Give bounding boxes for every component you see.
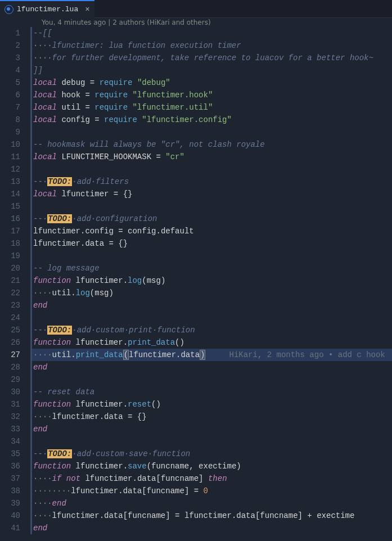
line-number: 34: [8, 435, 20, 448]
line-number: 22: [8, 287, 20, 299]
line-number: 29: [8, 373, 20, 386]
line-number: 36: [8, 460, 20, 472]
tab-close-icon[interactable]: ×: [85, 5, 89, 14]
line-number: 32: [8, 411, 20, 423]
line-number: 9: [8, 126, 20, 138]
line-number: 21: [8, 274, 20, 287]
line-number: 12: [8, 163, 20, 175]
line-number: 15: [8, 200, 20, 213]
line-number: 2: [8, 39, 20, 52]
line-number: 27: [8, 349, 20, 361]
line-number: 41: [8, 522, 20, 534]
current-line: ····util.print_data(lfunctimer.data) HiK…: [32, 349, 392, 361]
line-number-gutter: 1234567891011121314151617181920212223242…: [0, 27, 30, 534]
line-number: 28: [8, 361, 20, 373]
line-number: 8: [8, 114, 20, 126]
line-number: 20: [8, 262, 20, 274]
blame-annotation[interactable]: You, 4 minutes ago | 2 authors (HiKari a…: [0, 18, 392, 27]
line-number: 37: [8, 472, 20, 485]
line-number: 31: [8, 398, 20, 411]
line-number: 26: [8, 336, 20, 349]
line-number: 17: [8, 225, 20, 237]
line-number: 23: [8, 299, 20, 312]
line-number: 6: [8, 89, 20, 101]
line-number: 19: [8, 250, 20, 262]
line-number: 35: [8, 448, 20, 460]
line-number: 39: [8, 497, 20, 510]
tab-bar: lfunctimer.lua ×: [0, 0, 392, 18]
line-number: 10: [8, 138, 20, 151]
code-area[interactable]: --[[ ····lfunctimer: lua function execut…: [30, 27, 392, 534]
line-number: 4: [8, 64, 20, 76]
line-number: 13: [8, 175, 20, 188]
line-number: 7: [8, 101, 20, 114]
inline-blame: HiKari, 2 months ago • add c hook: [229, 350, 385, 359]
line-number: 1: [8, 27, 20, 39]
line-number: 25: [8, 324, 20, 336]
line-number: 11: [8, 151, 20, 163]
tab-lfunctimer[interactable]: lfunctimer.lua ×: [0, 0, 94, 18]
line-number: 18: [8, 237, 20, 250]
code-text: --[[: [33, 29, 52, 38]
tab-filename: lfunctimer.lua: [17, 5, 78, 13]
line-number: 40: [8, 510, 20, 522]
line-number: 30: [8, 386, 20, 398]
line-number: 14: [8, 188, 20, 200]
line-number: 3: [8, 52, 20, 64]
line-number: 24: [8, 312, 20, 324]
line-number: 33: [8, 423, 20, 435]
lua-file-icon: [4, 5, 13, 14]
code-editor[interactable]: 1234567891011121314151617181920212223242…: [0, 27, 392, 534]
line-number: 38: [8, 485, 20, 497]
line-number: 5: [8, 76, 20, 89]
line-number: 16: [8, 213, 20, 225]
